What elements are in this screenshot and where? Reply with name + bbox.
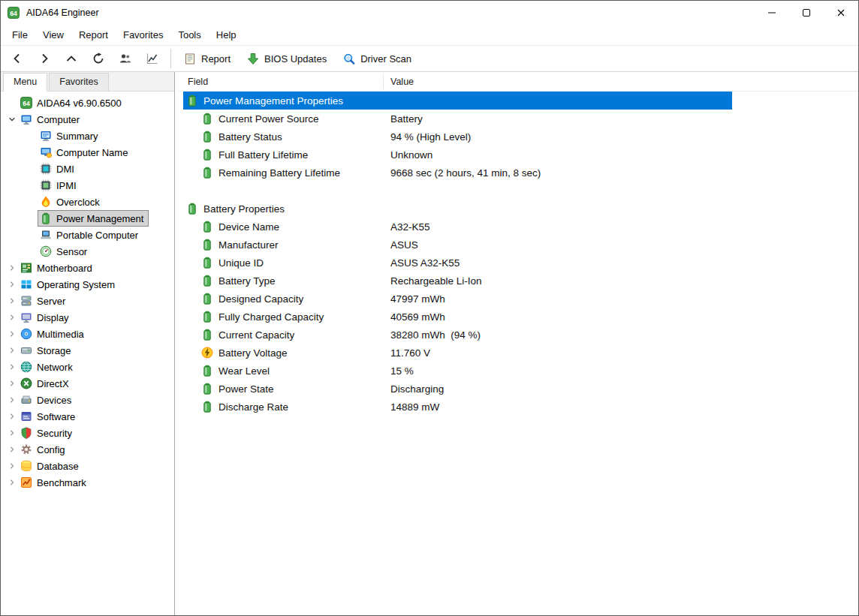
row-fully-charged-capacity[interactable]: Fully Charged Capacity40569 mWh: [183, 308, 732, 326]
field-value: 11.760 V: [384, 347, 732, 359]
benchmark-icon: [20, 476, 32, 488]
driver-scan-icon: [343, 53, 355, 65]
field-label: Current Capacity: [219, 329, 294, 341]
tree-item-storage[interactable]: Storage: [1, 342, 174, 359]
tree-item-computer[interactable]: Computer: [1, 111, 174, 128]
tab-favorites[interactable]: Favorites: [49, 73, 108, 91]
chevron-right-icon[interactable]: [5, 328, 19, 340]
row-manufacturer[interactable]: ManufacturerASUS: [183, 236, 732, 254]
row-designed-capacity[interactable]: Designed Capacity47997 mWh: [183, 290, 732, 308]
row-remaining-battery-lifetime[interactable]: Remaining Battery Lifetime9668 sec (2 ho…: [183, 164, 732, 182]
menu-report[interactable]: Report: [71, 25, 116, 45]
chevron-right-icon[interactable]: [5, 361, 19, 373]
tree-item-database[interactable]: Database: [1, 458, 174, 474]
tree-item-multimedia[interactable]: Multimedia: [1, 326, 174, 342]
chevron-spacer: [25, 196, 38, 208]
forward-icon: [38, 53, 50, 65]
chevron-right-icon[interactable]: [5, 410, 19, 422]
row-battery-voltage[interactable]: Battery Voltage11.760 V: [183, 344, 732, 362]
tree-item-portable-computer[interactable]: Portable Computer: [1, 227, 174, 243]
computer-icon: [20, 113, 32, 125]
content-area: MenuFavorites 64AIDA64 v6.90.6500Compute…: [1, 72, 858, 615]
row-power-state[interactable]: Power StateDischarging: [183, 380, 732, 398]
report-button[interactable]: Report: [176, 49, 239, 69]
tree-item-summary[interactable]: Summary: [1, 128, 174, 144]
directx-icon: [20, 377, 32, 389]
tree-item-power-management[interactable]: Power Management: [1, 210, 174, 227]
refresh-icon: [92, 53, 104, 65]
minimize-button[interactable]: [755, 1, 789, 25]
row-battery-properties[interactable]: Battery Properties: [183, 200, 732, 218]
maximize-button[interactable]: [789, 1, 824, 25]
network-icon: [20, 361, 32, 373]
row-current-power-source[interactable]: Current Power SourceBattery: [183, 110, 732, 128]
chart-button[interactable]: [139, 47, 166, 70]
tree-item-dmi[interactable]: DMI: [1, 161, 174, 177]
chevron-right-icon[interactable]: [5, 460, 19, 472]
bios-updates-button[interactable]: BIOS Updates: [239, 49, 335, 69]
close-icon: [835, 7, 847, 19]
tree-item-computer-name[interactable]: Computer Name: [1, 144, 174, 161]
row-unique-id[interactable]: Unique IDASUS A32-K55: [183, 254, 732, 272]
field-label: Battery Voltage: [219, 347, 288, 359]
row-battery-type[interactable]: Battery TypeRechargeable Li-Ion: [183, 272, 732, 290]
menu-tools[interactable]: Tools: [170, 25, 208, 45]
security-icon: [20, 427, 32, 439]
tree-item-operating-system[interactable]: Operating System: [1, 276, 174, 293]
tree-item-display[interactable]: Display: [1, 309, 174, 326]
tree-item-security[interactable]: Security: [1, 425, 174, 441]
chevron-right-icon[interactable]: [5, 278, 19, 290]
close-button[interactable]: [824, 1, 858, 25]
tree-item-motherboard[interactable]: Motherboard: [1, 260, 174, 276]
menu-favorites[interactable]: Favorites: [116, 25, 170, 45]
users-button[interactable]: [112, 47, 139, 70]
tree-item-server[interactable]: Server: [1, 293, 174, 309]
tree-item-benchmark[interactable]: Benchmark: [1, 474, 174, 491]
forward-button[interactable]: [31, 47, 58, 70]
chevron-right-icon[interactable]: [5, 443, 19, 455]
menu-help[interactable]: Help: [209, 25, 244, 45]
row-wear-level[interactable]: Wear Level15 %: [183, 362, 732, 380]
row-battery-status[interactable]: Battery Status94 % (High Level): [183, 128, 732, 146]
chevron-spacer: [25, 245, 38, 257]
tree-item-config[interactable]: Config: [1, 441, 174, 458]
menu-view[interactable]: View: [35, 25, 71, 45]
row-current-capacity[interactable]: Current Capacity38280 mWh (94 %): [183, 326, 732, 344]
field-value: 15 %: [384, 365, 732, 377]
row-full-battery-lifetime[interactable]: Full Battery LifetimeUnknown: [183, 146, 732, 164]
column-header-value[interactable]: Value: [384, 77, 858, 87]
column-header-field[interactable]: Field: [183, 74, 384, 89]
chevron-right-icon[interactable]: [5, 311, 19, 323]
back-button[interactable]: [4, 47, 31, 70]
chevron-right-icon[interactable]: [5, 377, 19, 389]
chevron-right-icon[interactable]: [5, 262, 19, 274]
tree-item-devices[interactable]: Devices: [1, 392, 174, 408]
users-icon: [119, 53, 131, 65]
menu-file[interactable]: File: [5, 25, 35, 45]
tree-item-overclock[interactable]: Overclock: [1, 194, 174, 210]
chevron-right-icon[interactable]: [5, 427, 19, 439]
tree-item-software[interactable]: Software: [1, 408, 174, 425]
row-power-management-properties[interactable]: Power Management Properties: [183, 92, 732, 110]
tree-item-aida64-v6-90-6500[interactable]: 64AIDA64 v6.90.6500: [1, 95, 174, 111]
tree-item-ipmi[interactable]: IPMI: [1, 177, 174, 194]
row-discharge-rate[interactable]: Discharge Rate14889 mW: [183, 398, 732, 416]
driver-scan-button[interactable]: Driver Scan: [335, 49, 420, 69]
up-button[interactable]: [58, 47, 85, 70]
chevron-right-icon[interactable]: [5, 476, 19, 488]
operating-system-icon: [20, 278, 32, 290]
refresh-button[interactable]: [85, 47, 112, 70]
listview-rows: Power Management PropertiesCurrent Power…: [178, 92, 858, 416]
tree-item-directx[interactable]: DirectX: [1, 375, 174, 392]
tab-menu[interactable]: Menu: [3, 73, 47, 92]
tree-item-sensor[interactable]: Sensor: [1, 243, 174, 260]
chevron-right-icon[interactable]: [5, 295, 19, 307]
chevron-right-icon[interactable]: [5, 344, 19, 356]
multimedia-icon: [20, 328, 32, 340]
chevron-spacer: [25, 146, 38, 158]
back-icon: [11, 53, 23, 65]
tree-item-network[interactable]: Network: [1, 359, 174, 375]
chevron-down-icon[interactable]: [5, 113, 19, 125]
row-device-name[interactable]: Device NameA32-K55: [183, 218, 732, 236]
chevron-right-icon[interactable]: [5, 394, 19, 406]
